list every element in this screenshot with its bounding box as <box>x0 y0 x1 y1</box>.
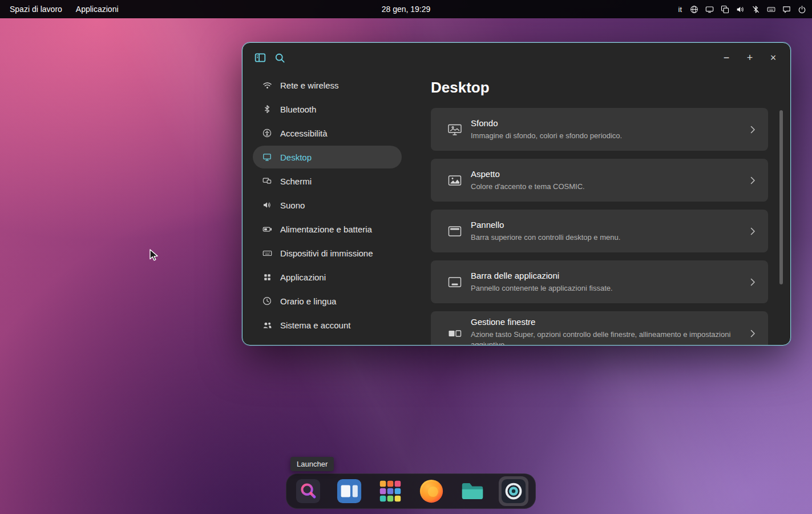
globe-icon[interactable] <box>689 5 698 14</box>
card-subtitle: Immagine di sfondo, colori e sfondo peri… <box>471 131 622 141</box>
settings-card-sfondo[interactable]: Sfondo Immagine di sfondo, colori e sfon… <box>431 108 768 151</box>
display-icon[interactable] <box>705 5 714 14</box>
chevron-right-icon <box>750 126 756 134</box>
settings-card-gestione-finestre[interactable]: Gestione finestre Azione tasto Super, op… <box>431 311 768 346</box>
desktop-wallpaper: Spazi di lavoro Applicazioni 28 gen, 19:… <box>0 0 812 514</box>
settings-window: − + × Rete e wireless Bluetooth <box>242 42 791 346</box>
settings-card-aspetto[interactable]: Aspetto Colore d'accento e tema COSMIC. <box>431 159 768 202</box>
chevron-right-icon <box>750 278 756 286</box>
dock-item-workspaces[interactable] <box>334 476 364 506</box>
bluetooth-icon <box>261 105 273 114</box>
navigation-sidebar-icon[interactable] <box>251 48 270 67</box>
card-title: Aspetto <box>471 169 585 179</box>
sidebar-item-label: Schermi <box>280 176 312 186</box>
dock-panel-icon <box>447 276 463 288</box>
app-library-icon <box>377 478 403 504</box>
card-title: Pannello <box>471 220 620 230</box>
sound-icon <box>261 200 273 210</box>
chat-icon[interactable] <box>782 5 791 14</box>
dock-item-settings[interactable] <box>499 476 528 506</box>
sidebar-item-label: Bluetooth <box>280 105 316 114</box>
volume-icon[interactable] <box>736 5 745 14</box>
applications-menu-button[interactable]: Applicazioni <box>70 2 125 17</box>
window-titlebar[interactable]: − + × <box>243 43 790 73</box>
search-icon[interactable] <box>270 48 289 67</box>
bluetooth-disabled-icon[interactable] <box>751 5 760 14</box>
dock-item-files[interactable] <box>458 476 487 506</box>
sidebar-item-label: Applicazioni <box>280 272 326 282</box>
card-subtitle: Colore d'accento e tema COSMIC. <box>471 182 585 192</box>
workspaces-icon <box>336 478 362 504</box>
top-panel: Spazi di lavoro Applicazioni 28 gen, 19:… <box>0 0 812 18</box>
sidebar-item-label: Alimentazione e batteria <box>280 224 372 234</box>
keyboard-layout-indicator[interactable]: it <box>677 5 684 14</box>
dock-item-launcher[interactable] <box>293 476 323 506</box>
sidebar-item-label: Rete e wireless <box>280 81 339 90</box>
close-button[interactable]: × <box>764 49 782 67</box>
wifi-icon <box>261 81 273 90</box>
dock-item-app-library[interactable] <box>375 476 405 506</box>
sidebar-item-bluetooth[interactable]: Bluetooth <box>253 98 402 121</box>
sidebar-item-label: Accessibilità <box>280 128 328 138</box>
desktop-icon <box>261 152 273 162</box>
sidebar-item-suono[interactable]: Suono <box>253 194 402 216</box>
battery-icon <box>261 224 273 234</box>
settings-sidebar: Rete e wireless Bluetooth Accessibilità <box>243 73 407 345</box>
chevron-right-icon <box>750 176 756 184</box>
sidebar-item-desktop[interactable]: Desktop <box>253 146 402 168</box>
maximize-button[interactable]: + <box>741 49 759 67</box>
settings-card-barra-applicazioni[interactable]: Barra delle applicazioni Pannello conten… <box>431 260 768 303</box>
card-subtitle: Pannello contenente le applicazioni fiss… <box>471 283 613 294</box>
minimize-button[interactable]: − <box>717 49 736 67</box>
wallpaper-icon <box>447 123 463 136</box>
apps-grid-icon <box>261 272 273 282</box>
mouse-cursor <box>148 249 161 263</box>
sidebar-item-label: Desktop <box>280 152 312 162</box>
dock-item-firefox[interactable] <box>417 476 446 506</box>
users-icon <box>261 320 273 330</box>
dock <box>286 473 536 509</box>
sidebar-item-schermi[interactable]: Schermi <box>253 170 402 192</box>
appearance-icon <box>447 174 463 187</box>
firefox-icon <box>418 478 445 504</box>
card-title: Gestione finestre <box>471 317 742 327</box>
sidebar-item-sistema-e-account[interactable]: Sistema e account <box>253 314 402 336</box>
input-devices-icon <box>261 248 273 258</box>
sidebar-item-accessibilita[interactable]: Accessibilità <box>253 122 402 144</box>
sidebar-item-applicazioni[interactable]: Applicazioni <box>253 266 402 288</box>
displays-icon <box>261 176 273 186</box>
settings-content: Desktop Sfondo Immagine di sfondo, color… <box>407 73 790 345</box>
sidebar-item-label: Suono <box>280 200 305 210</box>
sidebar-item-dispositivi-di-immissione[interactable]: Dispositivi di immissione <box>253 242 402 264</box>
card-subtitle: Azione tasto Super, opzioni controllo de… <box>471 330 742 346</box>
workspaces-menu-button[interactable]: Spazi di lavoro <box>3 2 68 17</box>
accessibility-icon <box>261 128 273 138</box>
dock-tooltip: Launcher <box>290 457 334 471</box>
chevron-right-icon <box>750 227 756 235</box>
card-subtitle: Barra superiore con controlli desktop e … <box>471 232 620 243</box>
card-title: Sfondo <box>471 118 622 128</box>
window-stack-icon[interactable] <box>720 5 729 14</box>
top-panel-icon <box>447 225 463 238</box>
launcher-icon <box>295 478 321 504</box>
panel-left: Spazi di lavoro Applicazioni <box>0 2 125 17</box>
clock-button[interactable]: 28 gen, 19:29 <box>375 2 437 17</box>
scrollbar-thumb[interactable] <box>779 110 783 284</box>
sidebar-item-label: Orario e lingua <box>280 296 336 306</box>
sidebar-item-orario-e-lingua[interactable]: Orario e lingua <box>253 290 402 312</box>
clock-icon <box>261 296 273 306</box>
window-management-icon <box>447 327 463 340</box>
chevron-right-icon <box>750 330 756 338</box>
sidebar-item-alimentazione-e-batteria[interactable]: Alimentazione e batteria <box>253 218 402 240</box>
sidebar-item-label: Dispositivi di immissione <box>280 248 373 258</box>
sidebar-item-label: Sistema e account <box>280 320 350 330</box>
panel-status-area[interactable]: it <box>677 5 812 14</box>
page-title: Desktop <box>431 79 768 97</box>
settings-icon <box>500 478 527 504</box>
keyboard-icon[interactable] <box>766 5 775 14</box>
settings-card-pannello[interactable]: Pannello Barra superiore con controlli d… <box>431 210 768 252</box>
sidebar-item-rete-e-wireless[interactable]: Rete e wireless <box>253 74 402 97</box>
files-icon <box>459 478 486 504</box>
card-title: Barra delle applicazioni <box>471 271 613 280</box>
power-icon[interactable] <box>797 5 806 14</box>
